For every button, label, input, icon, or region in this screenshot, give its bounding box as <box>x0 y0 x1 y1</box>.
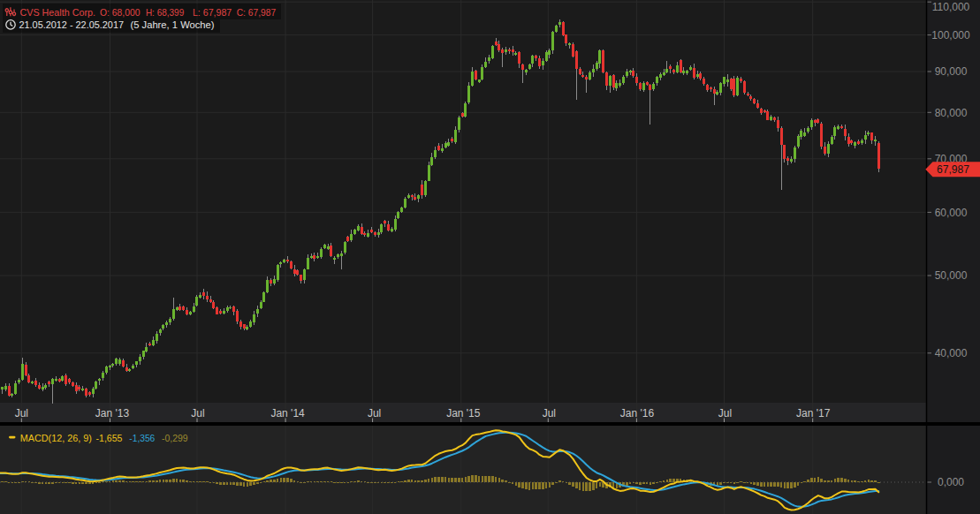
svg-text:C: 67,987: C: 67,987 <box>237 7 276 18</box>
svg-text:O: 68,000: O: 68,000 <box>100 7 140 18</box>
svg-text:Jul: Jul <box>368 407 381 420</box>
svg-text:80,000: 80,000 <box>935 107 968 119</box>
svg-text:67,987: 67,987 <box>937 163 969 176</box>
svg-text:MACD(12, 26, 9): MACD(12, 26, 9) <box>20 433 92 443</box>
svg-text:-1,356: -1,356 <box>129 433 155 443</box>
svg-text:CVS Health Corp.: CVS Health Corp. <box>20 7 96 18</box>
svg-text:90,000: 90,000 <box>935 65 968 78</box>
svg-text:Jan '17: Jan '17 <box>796 407 831 420</box>
svg-text:Jan '16: Jan '16 <box>620 407 655 420</box>
svg-text:-1,655: -1,655 <box>96 433 123 443</box>
svg-text:L: 67,987: L: 67,987 <box>193 7 232 18</box>
svg-text:(5 Jahre, 1 Woche): (5 Jahre, 1 Woche) <box>131 19 215 30</box>
svg-text:Jan '15: Jan '15 <box>446 407 481 420</box>
svg-text:50,000: 50,000 <box>935 269 968 282</box>
svg-text:Jul: Jul <box>718 407 732 420</box>
svg-text:0,000: 0,000 <box>938 476 964 488</box>
svg-text:110,000: 110,000 <box>932 1 970 13</box>
svg-text:40,000: 40,000 <box>935 347 968 359</box>
svg-text:60,000: 60,000 <box>935 207 968 219</box>
svg-text:H: 68,399: H: 68,399 <box>146 7 184 18</box>
svg-text:Jul: Jul <box>191 407 204 420</box>
svg-text:21.05.2012 - 22.05.2017: 21.05.2012 - 22.05.2017 <box>19 19 125 30</box>
svg-text:Jul: Jul <box>15 407 28 420</box>
svg-text:-0,299: -0,299 <box>162 433 188 443</box>
svg-text:Jan '13: Jan '13 <box>95 407 130 420</box>
svg-text:Jan '14: Jan '14 <box>270 407 305 420</box>
svg-text:Jul: Jul <box>543 407 556 420</box>
svg-text:100,000: 100,000 <box>931 29 970 42</box>
